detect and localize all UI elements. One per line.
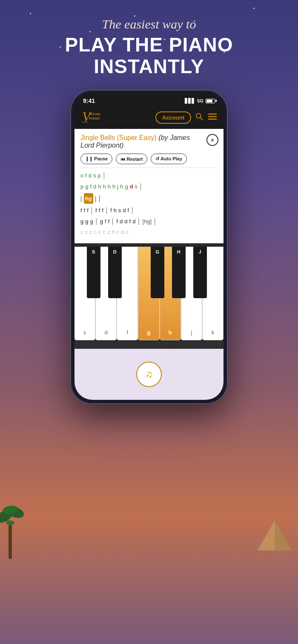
piano-key-k[interactable]: k (202, 247, 224, 340)
logo-area: V IRTUAL PIANO (81, 109, 151, 125)
note-line-1: o f d s p │ (80, 171, 218, 180)
menu-icon[interactable] (208, 113, 217, 122)
phone-mockup: 9:41 ▋▋▋ 5G V IRTUAL PIANO Account (70, 90, 228, 404)
note-line-2: p g f d h h h h j h g d s │ (80, 182, 218, 191)
signal-icon: ▋▋▋ (185, 98, 195, 104)
app-logo: V IRTUAL PIANO (81, 109, 100, 125)
status-icons: ▋▋▋ 5G (185, 98, 215, 104)
header-subtitle: The easiest way to (17, 17, 281, 31)
svg-point-4 (196, 113, 201, 118)
autoplay-button[interactable]: ↺ Auto Play (151, 154, 186, 164)
piano-container: s d f g h (74, 243, 224, 349)
svg-marker-15 (275, 521, 292, 550)
song-title: Jingle Bells (Super Easy) (by James Lord… (80, 134, 218, 149)
svg-text:PIANO: PIANO (89, 117, 100, 120)
piano-key-d[interactable]: d (95, 247, 117, 340)
note-line-3: [ hg ] │ (80, 193, 218, 204)
nav-bar: V IRTUAL PIANO Account (74, 106, 224, 129)
restart-button[interactable]: ⏮ Restart (116, 154, 147, 164)
nav-icons (195, 113, 217, 123)
song-title-orange: Jingle Bells (Super Easy) (80, 134, 157, 141)
white-keys-row: s d f g h (74, 247, 224, 340)
svg-rect-9 (9, 525, 12, 559)
svg-line-5 (201, 117, 203, 120)
tree-left-decoration (0, 491, 26, 559)
music-note-button[interactable]: ♫ (136, 362, 162, 387)
piano-key-s[interactable]: s (74, 247, 95, 340)
status-bar: 9:41 ▋▋▋ 5G (74, 94, 224, 106)
battery-icon (206, 99, 215, 103)
piano-key-h[interactable]: h (160, 247, 181, 340)
app-header: The easiest way to PLAY THE PIANO INSTAN… (0, 0, 298, 90)
sheet-music: o f d s p │ p g f d h h h h j (80, 168, 218, 237)
song-sheet: Jingle Bells (Super Easy) (by James Lord… (74, 129, 224, 243)
header-title-line1: PLAY THE PIANO (65, 34, 233, 56)
piano-key-f[interactable]: f (117, 247, 138, 340)
playback-controls: ❙❙ Pause ⏮ Restart ↺ Auto Play (80, 154, 218, 164)
network-badge: 5G (197, 98, 203, 103)
phone-screen: 9:41 ▋▋▋ 5G V IRTUAL PIANO Account (74, 94, 224, 399)
svg-text:IRTUAL: IRTUAL (89, 112, 100, 116)
search-icon[interactable] (195, 113, 203, 123)
note-line-4: f f f │ f f f │ f h s d f │ (80, 205, 218, 215)
piano-keys-wrapper: s d f g h (74, 247, 224, 340)
account-button[interactable]: Account (155, 111, 191, 124)
music-note-icon: ♫ (146, 369, 153, 380)
highlighted-note: hg (84, 193, 93, 204)
bottom-section: ♫ (74, 349, 224, 400)
pause-button[interactable]: ❙❙ Pause (80, 154, 112, 164)
header-title: PLAY THE PIANO INSTANTLY (17, 34, 281, 77)
close-button[interactable]: × (206, 134, 218, 146)
status-time: 9:41 (83, 97, 95, 104)
note-line-5: g g g │ g f f │ f d d f d │ [hg] │ (80, 217, 218, 226)
piano-key-g[interactable]: g (138, 247, 159, 340)
header-title-line2: INSTANTLY (94, 55, 204, 77)
pyramid-decoration (258, 521, 292, 550)
piano-bottom-strip (74, 340, 224, 349)
piano-key-j[interactable]: j (181, 247, 202, 340)
svg-point-13 (6, 520, 15, 526)
note-line-6: c c c c c c c h c d c (80, 227, 218, 237)
